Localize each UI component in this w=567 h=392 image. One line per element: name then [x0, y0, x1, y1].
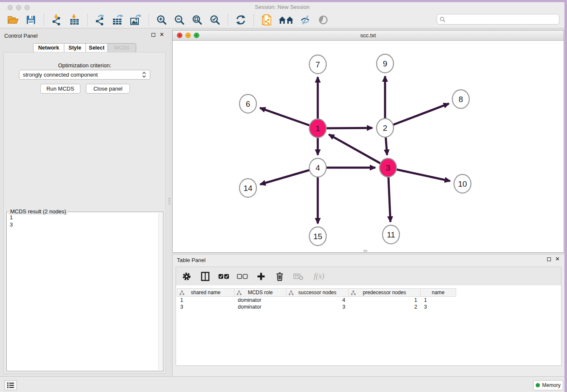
search-box[interactable]: [437, 14, 559, 25]
show-column-panel-button[interactable]: [200, 271, 211, 282]
mcds-result-text[interactable]: 1 3: [8, 214, 158, 370]
canvas-resize-handle[interactable]: [363, 250, 367, 252]
function-builder-button[interactable]: f(x): [311, 271, 327, 282]
zoom-fit-button[interactable]: [190, 13, 204, 27]
edge-3-1[interactable]: [329, 135, 388, 168]
table-settings-button[interactable]: [181, 271, 192, 282]
memory-status-icon: [536, 383, 540, 387]
table-cell[interactable]: 3: [177, 304, 234, 310]
node-table[interactable]: shared nameMCDS rolesuccessor nodesprede…: [177, 288, 560, 310]
table-cell[interactable]: 1: [349, 297, 421, 304]
table-panel: Table Panel ✕: [172, 254, 564, 378]
result-scrollbar[interactable]: [158, 213, 162, 370]
table-cell[interactable]: dominator: [234, 297, 286, 304]
graph-node-9[interactable]: 9: [377, 54, 394, 73]
network-window-titlebar[interactable]: ✕ − + scc.txt: [173, 30, 564, 41]
edge-3-10[interactable]: [388, 168, 450, 181]
column-header-shared-name[interactable]: shared name: [177, 288, 234, 297]
float-table-panel-icon[interactable]: [547, 257, 551, 261]
toolbar-separator: [228, 14, 228, 26]
import-table-button[interactable]: [68, 13, 81, 27]
first-neighbors-button[interactable]: [278, 13, 295, 27]
table-cell[interactable]: 3: [421, 304, 456, 310]
open-session-button[interactable]: [6, 13, 20, 27]
optimization-criterion-label: Optimization criterion:: [4, 62, 165, 69]
network-graph[interactable]: 1234678910111415: [173, 41, 564, 252]
graph-node-6[interactable]: 6: [239, 94, 256, 113]
graph-node-11[interactable]: 11: [383, 225, 399, 244]
close-table-panel-icon[interactable]: ✕: [555, 257, 560, 261]
network-canvas[interactable]: 1234678910111415: [173, 41, 564, 252]
table-cell[interactable]: 1: [177, 297, 234, 304]
zoom-selected-button[interactable]: [208, 13, 222, 27]
column-header-successor-nodes[interactable]: successor nodes: [286, 288, 349, 297]
edge-2-8[interactable]: [385, 104, 449, 128]
graph-node-14[interactable]: 14: [239, 179, 256, 197]
table-row[interactable]: 3dominator323: [177, 304, 560, 310]
select-stepper-icon: [142, 71, 146, 78]
graph-node-7[interactable]: 7: [309, 55, 326, 74]
close-panel-icon[interactable]: ✕: [160, 33, 164, 37]
graph-node-15[interactable]: 15: [309, 227, 326, 246]
tab-select[interactable]: Select: [86, 43, 108, 52]
apply-layout-button[interactable]: [234, 13, 248, 27]
table-cell[interactable]: 4: [286, 297, 349, 304]
delete-table-button[interactable]: [293, 271, 304, 282]
table-cell[interactable]: 1: [421, 297, 456, 304]
table-body: 1dominator4113dominator323: [177, 297, 560, 310]
graph-node-8[interactable]: 8: [452, 90, 469, 108]
export-image-button[interactable]: [129, 13, 143, 27]
table-cell[interactable]: 3: [286, 304, 349, 310]
graph-node-10[interactable]: 10: [454, 174, 471, 193]
toolbar-separator: [87, 14, 88, 26]
eye-icon: [317, 14, 329, 25]
zoom-fit-icon: [192, 14, 203, 25]
column-header-mcds-role[interactable]: MCDS role: [234, 288, 286, 297]
export-network-button[interactable]: [94, 13, 107, 27]
zoom-in-button[interactable]: [155, 13, 168, 27]
panel-splitter-handle[interactable]: [168, 197, 171, 205]
graph-node-3[interactable]: 3: [380, 158, 396, 177]
svg-text:9: 9: [383, 59, 388, 68]
table-row[interactable]: 1dominator411: [177, 297, 560, 304]
criterion-select[interactable]: strongly connected component: [19, 70, 150, 80]
app-titlebar: Session: New Session: [0, 2, 564, 11]
deselect-all-columns-button[interactable]: [237, 271, 248, 282]
network-from-file-button[interactable]: [260, 13, 273, 27]
mcds-panel: Optimization criterion: strongly connect…: [3, 52, 166, 374]
graph-node-1[interactable]: 1: [309, 119, 326, 138]
graph-node-4[interactable]: 4: [309, 158, 326, 177]
column-tree-icon: [351, 290, 356, 295]
save-session-button[interactable]: [24, 13, 38, 27]
main-toolbar: [0, 11, 564, 28]
create-column-button[interactable]: [256, 271, 267, 282]
tab-network[interactable]: Network: [33, 43, 64, 52]
select-all-columns-button[interactable]: [218, 271, 229, 282]
columns-icon: [201, 272, 209, 281]
delete-column-button[interactable]: [274, 271, 285, 282]
open-folder-icon: [7, 14, 19, 25]
hide-selected-button[interactable]: [299, 13, 312, 27]
column-header-predecessor-nodes[interactable]: predecessor nodes: [349, 288, 421, 297]
export-table-button[interactable]: [111, 13, 125, 27]
memory-button[interactable]: Memory: [533, 380, 563, 390]
zoom-out-button[interactable]: [173, 13, 186, 27]
table-toolbar: f(x): [176, 267, 561, 285]
tab-mcds[interactable]: MCDS: [108, 43, 136, 52]
task-history-button[interactable]: [4, 380, 17, 390]
graph-node-2[interactable]: 2: [377, 119, 394, 137]
table-cell[interactable]: dominator: [234, 304, 286, 310]
edge-1-6[interactable]: [260, 108, 318, 128]
column-header-name[interactable]: name: [421, 288, 456, 297]
export-image-icon: [130, 14, 142, 25]
show-all-button[interactable]: [317, 13, 330, 27]
search-input[interactable]: [446, 15, 559, 24]
unchecked-boxes-icon: [237, 273, 248, 279]
run-mcds-button[interactable]: Run MCDS: [40, 84, 80, 94]
table-cell[interactable]: 2: [349, 304, 421, 310]
import-network-button[interactable]: [50, 13, 63, 27]
close-panel-button[interactable]: Close panel: [86, 84, 130, 94]
table-panel-title: Table Panel: [177, 257, 206, 263]
tab-style[interactable]: Style: [64, 43, 86, 52]
float-panel-icon[interactable]: [151, 33, 155, 37]
